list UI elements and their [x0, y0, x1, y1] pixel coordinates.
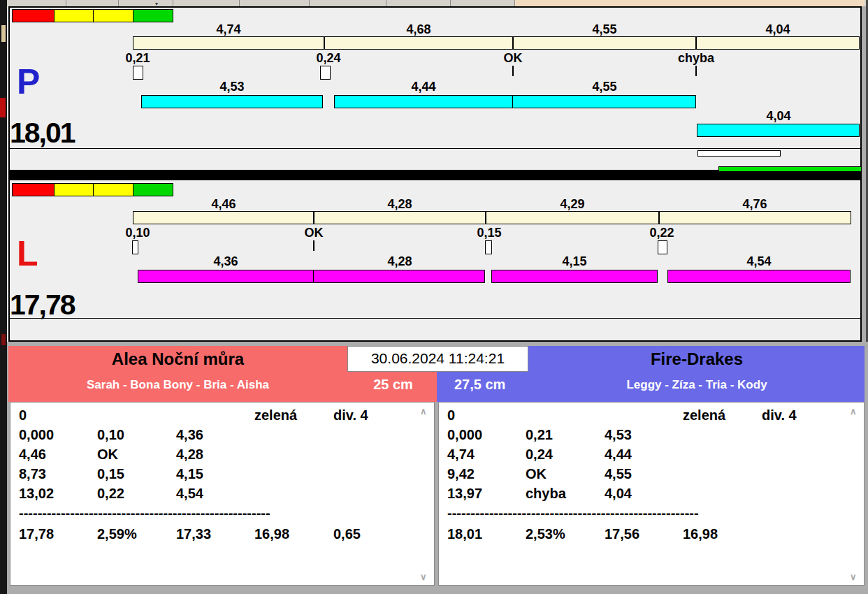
table-cell: 0,10 — [97, 428, 124, 442]
summary-cell: 16,98 — [254, 527, 289, 541]
run-bar-segment — [512, 95, 696, 108]
edge-fragment — [1, 25, 6, 42]
summary-cell: 18,01 — [447, 527, 482, 541]
run-bar-segment-last — [697, 124, 860, 137]
split-time-label: 4,28 — [387, 198, 412, 210]
toolbar-button[interactable] — [240, 0, 310, 6]
split-time-label: 4,29 — [560, 198, 584, 210]
timing-app-window: ▾ P 18,01 4,74 4,68 4,55 4,04 0,21 0,24 … — [0, 0, 868, 594]
pass-marker-box — [132, 240, 138, 254]
summary-cell: 17,33 — [176, 527, 211, 541]
traffic-light-yellow2 — [93, 9, 133, 22]
split-time-label: 4,74 — [216, 23, 240, 36]
split-bar-l — [133, 211, 851, 224]
event-label: 0,15 — [477, 226, 501, 239]
table-cell: 9,42 — [447, 467, 475, 481]
table-cell: 4,15 — [176, 467, 203, 481]
toolbar-button[interactable] — [119, 0, 173, 6]
pass-marker-tick — [313, 240, 314, 251]
run-time-label: 4,44 — [411, 80, 435, 93]
table-cell: 4,53 — [605, 428, 632, 442]
team-name: Fire-Drakes — [529, 351, 865, 368]
split-bar-divider — [313, 211, 314, 224]
traffic-light-yellow1 — [54, 9, 94, 22]
scroll-up-icon[interactable]: ∧ — [420, 407, 427, 416]
split-time-label: 4,46 — [211, 198, 236, 210]
split-time-label: 4,04 — [765, 23, 790, 36]
scroll-down-icon[interactable]: ∨ — [850, 572, 857, 581]
toolbar-button[interactable] — [310, 0, 386, 6]
run-time-label: 4,53 — [219, 80, 244, 93]
lane-letter-l: L — [17, 236, 38, 271]
pending-bar — [697, 150, 781, 157]
pass-marker-box — [133, 66, 143, 80]
run-time-label: 4,36 — [213, 255, 238, 268]
toolbar-button[interactable] — [173, 0, 240, 6]
lane-divider — [8, 171, 862, 179]
table-cell: 0,21 — [526, 428, 553, 442]
table-cell: 4,04 — [605, 486, 632, 500]
event-label: 0,22 — [649, 226, 674, 239]
pass-marker-box — [485, 240, 492, 254]
table-cell: 13,97 — [447, 486, 482, 500]
split-time-label: 4,68 — [406, 23, 431, 36]
table-cell: 4,55 — [605, 467, 632, 481]
table-cell: 13,02 — [19, 486, 54, 500]
traffic-light-green — [133, 9, 173, 22]
traffic-light-yellow2 — [93, 183, 133, 196]
event-label: chyba — [678, 52, 714, 64]
table-cell: 4,74 — [447, 447, 475, 461]
table-cell: 0 — [19, 408, 27, 422]
pass-marker-tick — [695, 66, 697, 76]
run-bar-segment — [313, 270, 485, 283]
run-time-label: 4,04 — [766, 110, 790, 122]
event-label: 0,24 — [316, 52, 340, 64]
run-bar-segment — [334, 95, 513, 108]
table-cell: OK — [526, 467, 547, 481]
toolbar-button[interactable] — [386, 0, 451, 6]
traffic-light-yellow1 — [54, 183, 94, 196]
table-cell: zelená — [254, 408, 297, 422]
event-label: 0,10 — [125, 226, 150, 239]
split-time-label: 4,76 — [742, 198, 767, 210]
team-dogs: Sarah - Bona Bony - Bria - Aisha — [8, 379, 347, 391]
datetime-display: 30.06.2024 11:24:21 — [347, 346, 528, 372]
run-bar-segment — [141, 95, 323, 108]
run-bar-segment — [667, 270, 851, 283]
toolbar-button[interactable] — [7, 0, 66, 6]
event-label: OK — [305, 226, 324, 239]
jump-height: 27,5 cm — [447, 377, 545, 391]
split-bar-divider — [324, 36, 325, 50]
scroll-up-icon[interactable]: ∧ — [850, 407, 857, 416]
toolbar-button[interactable] — [451, 0, 515, 6]
scroll-down-icon[interactable]: ∨ — [420, 572, 427, 581]
table-cell: 0,24 — [526, 447, 553, 461]
traffic-light-red — [12, 183, 55, 196]
traffic-light-green — [133, 183, 173, 196]
edge-fragment — [0, 98, 6, 117]
lane-strip-line — [9, 318, 860, 319]
summary-cell: 17,56 — [605, 527, 639, 541]
results-table-left[interactable]: 0 zelená div. 4 0,000 0,10 4,36 4,46 OK … — [10, 402, 435, 586]
table-cell: div. 4 — [762, 408, 797, 422]
results-table-right[interactable]: 0 zelená div. 4 0,000 0,21 4,53 4,74 0,2… — [438, 402, 865, 586]
lane-strip-line — [9, 148, 860, 149]
lane-total-l: 17,78 — [10, 291, 75, 319]
split-time-label: 4,55 — [592, 23, 616, 36]
table-cell: 0 — [447, 408, 455, 422]
jump-height: 25 cm — [353, 377, 433, 391]
window-left-edge — [0, 0, 7, 594]
team-dogs: Leggy - Zíza - Tria - Kody — [529, 379, 865, 391]
table-cell: 4,54 — [176, 486, 203, 500]
toolbar-peach-area — [515, 0, 865, 6]
run-time-label: 4,15 — [562, 255, 586, 268]
table-cell: zelená — [683, 408, 725, 422]
team-name: Alea Noční můra — [8, 351, 347, 368]
table-cell: 0,000 — [19, 428, 54, 442]
table-cell: 4,44 — [605, 447, 632, 461]
run-bar-segment — [491, 270, 658, 283]
lane-letter-p: P — [17, 64, 40, 99]
toolbar-button[interactable] — [66, 0, 119, 6]
summary-cell: 17,78 — [19, 527, 54, 541]
run-bar-segment — [138, 270, 314, 283]
